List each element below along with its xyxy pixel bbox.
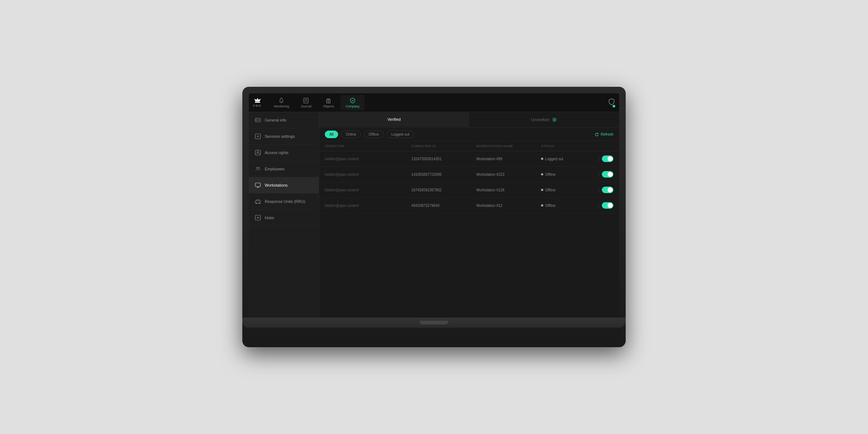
tab-verified[interactable]: Verified	[319, 112, 469, 127]
row-3-divider	[599, 187, 599, 193]
row-1-divider	[599, 156, 599, 162]
plus-box-icon	[255, 133, 261, 139]
svg-point-17	[257, 151, 259, 153]
shield-icon	[608, 98, 615, 106]
sidebar-item-employees[interactable]: Employees	[249, 161, 319, 177]
row-2-workstation-name: Workstation #223	[476, 173, 541, 176]
row-4-toggle[interactable]	[602, 202, 613, 209]
topbar-right	[608, 98, 615, 107]
row-1-computer-id: 132472003614351	[411, 157, 476, 161]
laptop-notch	[420, 321, 448, 324]
table-row: hidden@ajax.content 167426592367902 Work…	[319, 182, 619, 198]
row-4-status: Offline	[541, 204, 584, 208]
table-row: hidden@ajax.content 49410873279640 Works…	[319, 198, 619, 213]
sidebar-item-access-rights[interactable]: Access rights	[249, 145, 319, 161]
company-icon	[349, 97, 356, 104]
row-2-status-text: Offline	[545, 173, 556, 176]
row-4-divider	[599, 203, 599, 208]
gear-icon	[552, 117, 557, 122]
screen: PRO Monitoring	[249, 93, 619, 318]
sidebar-item-general-info[interactable]: General info	[249, 112, 319, 128]
svg-point-18	[256, 167, 258, 169]
logo-text: PRO	[253, 104, 261, 107]
row-1-toggle-cell	[584, 156, 613, 162]
row-4-status-text: Offline	[545, 204, 556, 208]
sidebar-label-employees: Employees	[265, 167, 284, 171]
svg-rect-0	[255, 102, 260, 103]
table-header: Operator Computer ID Workstation name St…	[319, 141, 619, 151]
sidebar-item-services-settings[interactable]: Services settings	[249, 128, 319, 145]
row-4-toggle-cell	[584, 202, 613, 209]
sidebar-item-hubs[interactable]: Hubs	[249, 210, 319, 226]
journal-icon	[303, 97, 309, 104]
table-row: hidden@ajax.content 132472003614351 Work…	[319, 151, 619, 167]
sidebar-label-access-rights: Access rights	[265, 150, 288, 155]
status-dot-1	[541, 158, 543, 160]
tab-unverified[interactable]: Unverified	[469, 112, 619, 127]
tab-verified-label: Verified	[387, 117, 401, 122]
col-computer-id: Computer ID	[411, 144, 476, 148]
col-actions	[584, 144, 613, 148]
nav-item-monitoring[interactable]: Monitoring	[269, 95, 294, 110]
sidebar-item-response-units[interactable]: Response Units (RRU)	[249, 193, 319, 210]
row-3-status-text: Offline	[545, 188, 556, 192]
row-2-status: Offline	[541, 173, 584, 176]
plus-square-icon	[255, 215, 261, 221]
row-2-divider	[599, 171, 599, 177]
row-3-toggle-cell	[584, 187, 613, 193]
shield-status	[608, 98, 615, 107]
svg-rect-20	[255, 183, 260, 187]
refresh-button[interactable]: Refresh	[595, 132, 613, 137]
nav-item-journal[interactable]: Journal	[295, 95, 316, 110]
person-badge-icon	[255, 150, 261, 156]
row-2-toggle-cell	[584, 171, 613, 178]
row-2-computer-id: 141055657722685	[411, 173, 476, 176]
sidebar-label-general-info: General info	[265, 118, 286, 122]
sidebar-label-response-units: Response Units (RRU)	[265, 199, 305, 204]
row-1-toggle[interactable]	[602, 156, 613, 162]
row-3-computer-id: 167426592367902	[411, 188, 476, 192]
tab-unverified-label: Unverified	[531, 118, 549, 122]
svg-point-19	[259, 167, 260, 169]
svg-point-1	[281, 98, 282, 98]
nav-items: Monitoring Journal	[269, 95, 608, 110]
right-panel: Verified Unverified All Online Offline	[319, 112, 619, 318]
col-workstation-name: Workstation name	[476, 144, 541, 148]
refresh-label: Refresh	[601, 132, 613, 136]
nav-item-company[interactable]: Company	[340, 95, 365, 110]
row-3-toggle[interactable]	[602, 187, 613, 193]
nav-item-objects[interactable]: Objects	[318, 95, 339, 110]
table-row: hidden@ajax.content 141055657722685 Work…	[319, 167, 619, 182]
persons-icon	[255, 166, 261, 172]
row-4-operator: hidden@ajax.content	[325, 204, 411, 208]
status-dot-3	[541, 189, 543, 191]
refresh-icon	[595, 132, 599, 137]
row-3-workstation-name: Workstation #128	[476, 188, 541, 192]
row-1-operator: hidden@ajax.content	[325, 157, 411, 161]
filter-logged-out[interactable]: Logged out	[387, 131, 414, 138]
laptop-base	[242, 318, 626, 328]
svg-point-29	[554, 119, 556, 121]
row-4-workstation-name: Workstation #12	[476, 204, 541, 208]
status-dot-4	[541, 204, 543, 207]
sidebar-label-workstations: Workstations	[265, 183, 288, 187]
laptop-frame: PRO Monitoring	[242, 87, 626, 347]
nav-label-company: Company	[345, 105, 359, 108]
row-2-toggle[interactable]	[602, 171, 613, 178]
filter-online[interactable]: Online	[341, 131, 361, 138]
filter-row: All Online Offline Logged out Refresh	[319, 128, 619, 141]
row-1-status: Logged out	[541, 157, 584, 161]
col-status: Status	[541, 144, 584, 148]
sidebar: General info Services settings	[249, 112, 319, 318]
filter-all[interactable]: All	[325, 131, 338, 138]
logo: PRO	[253, 98, 261, 107]
table-container: Operator Computer ID Workstation name St…	[319, 141, 619, 318]
row-3-operator: hidden@ajax.content	[325, 188, 411, 192]
filter-offline[interactable]: Offline	[364, 131, 384, 138]
nav-label-journal: Journal	[301, 105, 311, 108]
monitor-icon	[255, 182, 261, 188]
sidebar-item-workstations[interactable]: Workstations	[249, 177, 319, 193]
row-2-operator: hidden@ajax.content	[325, 173, 411, 176]
svg-point-10	[256, 119, 258, 121]
sidebar-label-hubs: Hubs	[265, 216, 274, 220]
